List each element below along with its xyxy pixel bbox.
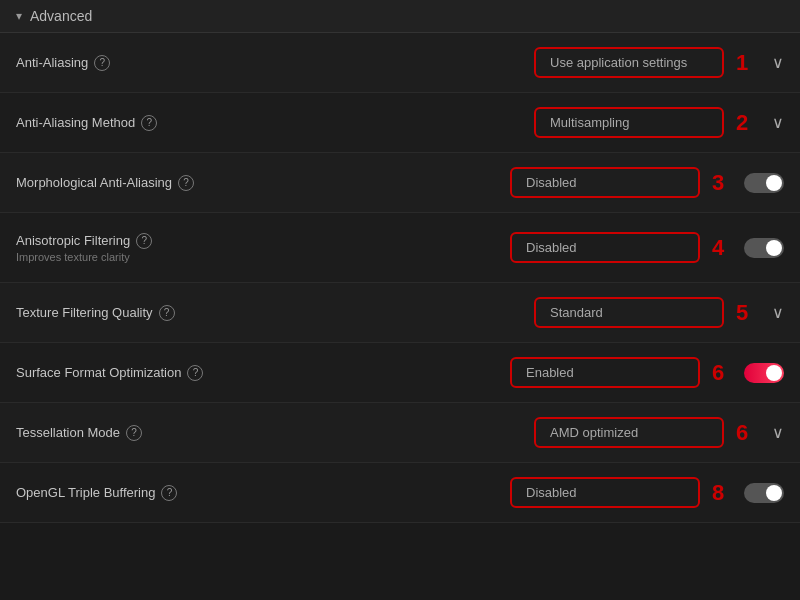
label-group-surface-format-optimization: Surface Format Optimization? (16, 365, 356, 381)
setting-row-anti-aliasing-method: Anti-Aliasing Method?Multisampling2∨ (0, 93, 800, 153)
setting-row-morphological-anti-aliasing: Morphological Anti-Aliasing?Disabled3 (0, 153, 800, 213)
label-group-tessellation-mode: Tessellation Mode? (16, 425, 356, 441)
dropdown-arrow-anti-aliasing-method[interactable]: ∨ (772, 113, 784, 132)
label-group-anti-aliasing-method: Anti-Aliasing Method? (16, 115, 356, 131)
control-morphological-anti-aliasing: Disabled3 (356, 167, 784, 198)
label-anti-aliasing: Anti-Aliasing? (16, 55, 356, 71)
control-tessellation-mode: AMD optimized6∨ (356, 417, 784, 448)
value-box-anti-aliasing[interactable]: Use application settings (534, 47, 724, 78)
num-badge-opengl-triple-buffering: 8 (712, 480, 732, 506)
help-icon-texture-filtering-quality[interactable]: ? (159, 305, 175, 321)
dropdown-arrow-tessellation-mode[interactable]: ∨ (772, 423, 784, 442)
value-box-morphological-anti-aliasing[interactable]: Disabled (510, 167, 700, 198)
num-badge-texture-filtering-quality: 5 (736, 300, 756, 326)
value-box-opengl-triple-buffering[interactable]: Disabled (510, 477, 700, 508)
setting-row-anti-aliasing: Anti-Aliasing?Use application settings1∨ (0, 33, 800, 93)
help-icon-anti-aliasing[interactable]: ? (94, 55, 110, 71)
label-surface-format-optimization: Surface Format Optimization? (16, 365, 356, 381)
label-text-anti-aliasing: Anti-Aliasing (16, 55, 88, 70)
control-surface-format-optimization: Enabled6 (356, 357, 784, 388)
label-opengl-triple-buffering: OpenGL Triple Buffering? (16, 485, 356, 501)
label-group-texture-filtering-quality: Texture Filtering Quality? (16, 305, 356, 321)
help-icon-morphological-anti-aliasing[interactable]: ? (178, 175, 194, 191)
label-group-opengl-triple-buffering: OpenGL Triple Buffering? (16, 485, 356, 501)
value-box-tessellation-mode[interactable]: AMD optimized (534, 417, 724, 448)
label-text-opengl-triple-buffering: OpenGL Triple Buffering (16, 485, 155, 500)
help-icon-surface-format-optimization[interactable]: ? (187, 365, 203, 381)
toggle-knob-opengl-triple-buffering (766, 485, 782, 501)
label-morphological-anti-aliasing: Morphological Anti-Aliasing? (16, 175, 356, 191)
num-badge-tessellation-mode: 6 (736, 420, 756, 446)
label-text-tessellation-mode: Tessellation Mode (16, 425, 120, 440)
control-anti-aliasing: Use application settings1∨ (356, 47, 784, 78)
num-badge-morphological-anti-aliasing: 3 (712, 170, 732, 196)
header: ▾ Advanced (0, 0, 800, 33)
label-text-morphological-anti-aliasing: Morphological Anti-Aliasing (16, 175, 172, 190)
setting-row-tessellation-mode: Tessellation Mode?AMD optimized6∨ (0, 403, 800, 463)
help-icon-anisotropic-filtering[interactable]: ? (136, 233, 152, 249)
value-box-anti-aliasing-method[interactable]: Multisampling (534, 107, 724, 138)
label-group-morphological-anti-aliasing: Morphological Anti-Aliasing? (16, 175, 356, 191)
toggle-knob-anisotropic-filtering (766, 240, 782, 256)
help-icon-tessellation-mode[interactable]: ? (126, 425, 142, 441)
num-badge-anti-aliasing-method: 2 (736, 110, 756, 136)
setting-row-texture-filtering-quality: Texture Filtering Quality?Standard5∨ (0, 283, 800, 343)
toggle-anisotropic-filtering[interactable] (744, 238, 784, 258)
control-texture-filtering-quality: Standard5∨ (356, 297, 784, 328)
label-tessellation-mode: Tessellation Mode? (16, 425, 356, 441)
sublabel-anisotropic-filtering: Improves texture clarity (16, 251, 356, 263)
num-badge-surface-format-optimization: 6 (712, 360, 732, 386)
value-box-surface-format-optimization[interactable]: Enabled (510, 357, 700, 388)
label-text-anti-aliasing-method: Anti-Aliasing Method (16, 115, 135, 130)
value-box-anisotropic-filtering[interactable]: Disabled (510, 232, 700, 263)
setting-row-anisotropic-filtering: Anisotropic Filtering?Improves texture c… (0, 213, 800, 283)
toggle-knob-surface-format-optimization (766, 365, 782, 381)
label-text-anisotropic-filtering: Anisotropic Filtering (16, 233, 130, 248)
label-group-anisotropic-filtering: Anisotropic Filtering?Improves texture c… (16, 233, 356, 263)
settings-list: Anti-Aliasing?Use application settings1∨… (0, 33, 800, 523)
control-opengl-triple-buffering: Disabled8 (356, 477, 784, 508)
num-badge-anisotropic-filtering: 4 (712, 235, 732, 261)
help-icon-opengl-triple-buffering[interactable]: ? (161, 485, 177, 501)
label-anisotropic-filtering: Anisotropic Filtering? (16, 233, 356, 249)
control-anisotropic-filtering: Disabled4 (356, 232, 784, 263)
setting-row-opengl-triple-buffering: OpenGL Triple Buffering?Disabled8 (0, 463, 800, 523)
value-box-texture-filtering-quality[interactable]: Standard (534, 297, 724, 328)
header-title: Advanced (30, 8, 92, 24)
toggle-surface-format-optimization[interactable] (744, 363, 784, 383)
label-group-anti-aliasing: Anti-Aliasing? (16, 55, 356, 71)
control-anti-aliasing-method: Multisampling2∨ (356, 107, 784, 138)
label-text-surface-format-optimization: Surface Format Optimization (16, 365, 181, 380)
toggle-knob-morphological-anti-aliasing (766, 175, 782, 191)
dropdown-arrow-texture-filtering-quality[interactable]: ∨ (772, 303, 784, 322)
header-chevron-icon[interactable]: ▾ (16, 9, 22, 23)
dropdown-arrow-anti-aliasing[interactable]: ∨ (772, 53, 784, 72)
label-text-texture-filtering-quality: Texture Filtering Quality (16, 305, 153, 320)
toggle-opengl-triple-buffering[interactable] (744, 483, 784, 503)
num-badge-anti-aliasing: 1 (736, 50, 756, 76)
setting-row-surface-format-optimization: Surface Format Optimization?Enabled6 (0, 343, 800, 403)
label-anti-aliasing-method: Anti-Aliasing Method? (16, 115, 356, 131)
help-icon-anti-aliasing-method[interactable]: ? (141, 115, 157, 131)
toggle-morphological-anti-aliasing[interactable] (744, 173, 784, 193)
label-texture-filtering-quality: Texture Filtering Quality? (16, 305, 356, 321)
